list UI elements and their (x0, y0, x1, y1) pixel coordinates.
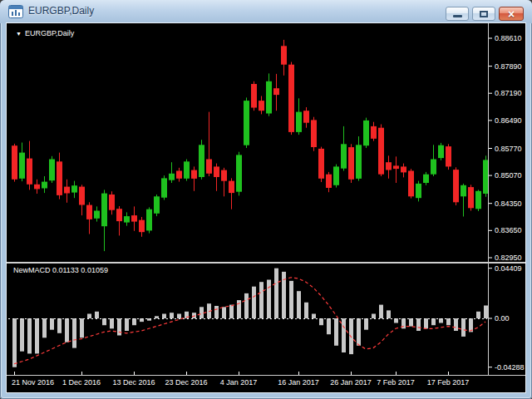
time-scale[interactable] (7, 376, 487, 392)
maximize-button[interactable] (472, 7, 495, 21)
minimize-icon (453, 15, 462, 17)
application-window: EURGBP,Daily × 0.886100.878900.871900.86… (0, 0, 532, 399)
symbol-menu[interactable]: ▼ EURGBP,Daily (16, 29, 74, 37)
window-title: EURGBP,Daily (28, 0, 94, 22)
close-icon: × (508, 8, 515, 20)
dropdown-arrow-icon: ▼ (16, 31, 22, 37)
price-scale[interactable] (489, 23, 525, 376)
title-bar[interactable]: EURGBP,Daily × (0, 0, 532, 23)
chart-client-area: 0.886100.878900.871900.864900.857700.850… (6, 22, 526, 393)
minimize-button[interactable] (446, 7, 469, 21)
indicator-label: NewMACD 0.01133 0.01059 (13, 266, 108, 274)
window-controls: × (446, 7, 524, 21)
chart-canvas[interactable]: 0.886100.878900.871900.864900.857700.850… (7, 23, 525, 392)
close-button[interactable]: × (499, 7, 524, 21)
symbol-label: EURGBP,Daily (25, 29, 74, 37)
chart-window-icon (8, 5, 23, 18)
restore-icon (480, 11, 488, 17)
